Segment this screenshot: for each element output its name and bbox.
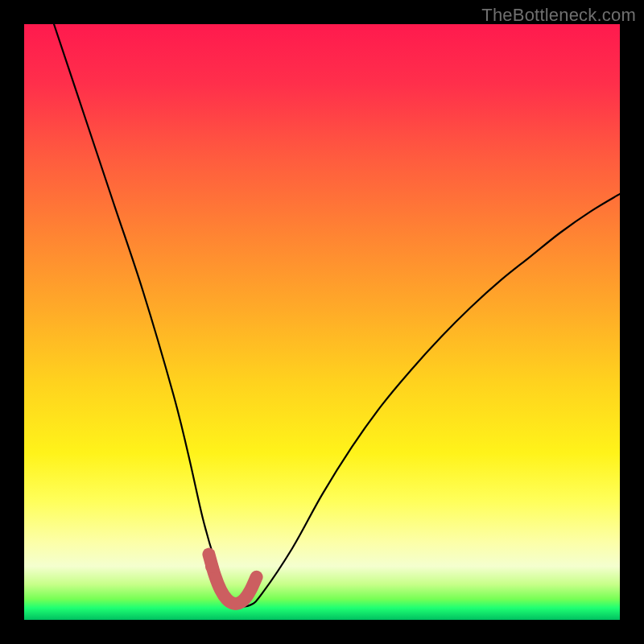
highlight-start-dot [205, 559, 218, 572]
series-bottleneck-curve [54, 24, 620, 606]
watermark-text: TheBottleneck.com [481, 5, 636, 26]
curve-layer [24, 24, 620, 620]
chart-root: TheBottleneck.com [0, 0, 644, 644]
